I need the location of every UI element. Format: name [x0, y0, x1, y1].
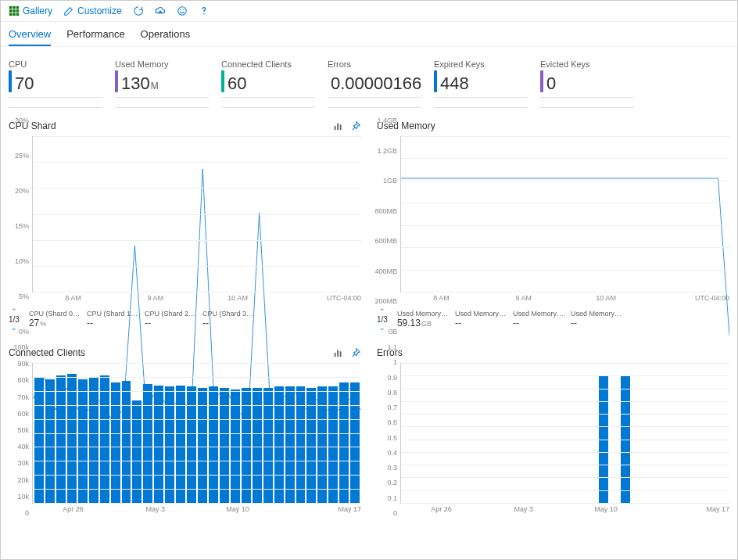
y-tick: 60k — [17, 410, 29, 418]
kpi-card[interactable]: Used Memory 130M — [115, 59, 209, 108]
bar — [154, 386, 163, 503]
y-tick: 5% — [19, 293, 29, 300]
refresh-button[interactable] — [133, 5, 144, 16]
y-tick: 1.2GB — [377, 147, 397, 155]
kpi-card[interactable]: Connected Clients 60 — [221, 59, 315, 108]
kpi-label: Evicted Keys — [540, 59, 634, 69]
bar — [34, 377, 44, 503]
cloud-upload-icon — [155, 5, 166, 16]
toolbar: Gallery Customize — [1, 1, 737, 22]
pencil-icon — [63, 5, 74, 16]
svg-point-9 — [177, 7, 186, 16]
bar — [350, 382, 360, 503]
bar — [89, 377, 99, 503]
y-tick: 10% — [15, 257, 29, 265]
y-tick: 1GB — [383, 177, 397, 185]
svg-rect-14 — [340, 124, 342, 130]
y-tick: 1.4GB — [377, 117, 397, 124]
tab-operations[interactable]: Operations — [141, 25, 191, 46]
kpi-row: CPU 70 Used Memory 130M Connected Client… — [1, 47, 737, 111]
x-tick: May 17 — [279, 505, 361, 513]
chart-errors: Errors 00.10.20.30.40.50.60.70.80.911.1 … — [377, 347, 729, 513]
svg-rect-1 — [13, 6, 16, 9]
customize-label: Customize — [77, 5, 122, 16]
x-tick: Apr 26 — [32, 505, 114, 513]
customize-button[interactable]: Customize — [63, 5, 122, 16]
x-tick: May 10 — [197, 505, 279, 513]
y-tick: 40k — [17, 443, 29, 451]
smile-icon — [177, 5, 188, 16]
svg-rect-5 — [16, 9, 20, 13]
kpi-value: 448 — [440, 75, 470, 92]
chart-cpu-shard: CPU Shard 0%5%10%15%20%25%30% 8 AM9 AM10… — [9, 120, 361, 332]
chart-analytics-icon[interactable] — [333, 120, 344, 131]
sparkline — [540, 97, 634, 108]
sparkline — [9, 97, 102, 108]
x-tick: Apr 26 — [400, 505, 482, 513]
y-tick: 0.1 — [387, 494, 397, 502]
sparkline — [115, 97, 209, 108]
x-tick: May 17 — [647, 505, 729, 513]
help-button[interactable] — [199, 5, 210, 16]
bar — [176, 386, 185, 503]
y-tick: 0.5 — [387, 434, 397, 442]
y-tick: 400MB — [374, 267, 397, 275]
tab-overview[interactable]: Overview — [9, 25, 51, 46]
chart-connected-clients: Connected Clients 010k20k30k40k50k60k70k… — [9, 347, 361, 513]
pin-icon[interactable] — [350, 120, 361, 131]
kpi-card[interactable]: CPU 70 — [9, 59, 102, 108]
kpi-bar — [115, 70, 118, 92]
svg-rect-3 — [9, 9, 13, 13]
bar — [122, 381, 131, 503]
y-tick: 20% — [15, 187, 29, 195]
bar — [78, 379, 88, 503]
kpi-label: Expired Keys — [434, 59, 528, 69]
kpi-card[interactable]: Errors 0.00000166 — [328, 59, 421, 108]
cloud-button[interactable] — [155, 5, 166, 16]
y-tick: 10k — [17, 493, 29, 501]
svg-rect-4 — [13, 9, 16, 13]
grid-icon — [9, 5, 20, 16]
y-tick: 50k — [17, 426, 29, 434]
svg-rect-0 — [9, 6, 13, 9]
kpi-value: 70 — [15, 75, 34, 92]
y-tick: 25% — [15, 152, 29, 160]
bar — [111, 382, 120, 503]
svg-point-11 — [183, 9, 184, 10]
feedback-button[interactable] — [177, 5, 188, 16]
y-tick: 0 — [393, 509, 397, 517]
svg-rect-13 — [337, 124, 339, 131]
tabs: Overview Performance Operations — [1, 22, 737, 47]
y-tick: 0B — [389, 328, 397, 336]
kpi-label: Errors — [328, 59, 421, 69]
y-tick: 0.4 — [387, 449, 397, 457]
help-icon — [199, 5, 210, 16]
y-tick: 0.7 — [387, 404, 397, 411]
bar — [143, 384, 152, 503]
bar — [100, 375, 109, 503]
kpi-bar — [9, 70, 12, 92]
kpi-card[interactable]: Evicted Keys 0 — [540, 59, 634, 108]
x-tick: May 3 — [482, 505, 564, 513]
svg-point-10 — [180, 9, 181, 10]
kpi-bar — [221, 70, 224, 92]
sparkline — [328, 97, 421, 108]
y-tick: 800MB — [374, 207, 397, 215]
svg-rect-17 — [340, 351, 342, 357]
gallery-label: Gallery — [23, 5, 52, 16]
pin-icon[interactable] — [350, 347, 361, 358]
gallery-button[interactable]: Gallery — [9, 5, 52, 16]
bar — [339, 382, 349, 503]
y-tick: 0.2 — [387, 479, 397, 486]
kpi-bar — [540, 70, 543, 92]
chart-analytics-icon[interactable] — [333, 347, 344, 358]
tab-performance[interactable]: Performance — [66, 25, 124, 46]
svg-rect-16 — [337, 350, 339, 357]
y-tick: 100k — [13, 343, 29, 351]
sparkline — [221, 97, 315, 108]
chart-used-memory: Used Memory 0B200MB400MB600MB800MB1GB1.2… — [377, 120, 729, 332]
bar — [45, 379, 55, 503]
kpi-label: Connected Clients — [221, 59, 315, 69]
x-tick: May 3 — [114, 505, 196, 513]
kpi-card[interactable]: Expired Keys 448 — [434, 59, 528, 108]
